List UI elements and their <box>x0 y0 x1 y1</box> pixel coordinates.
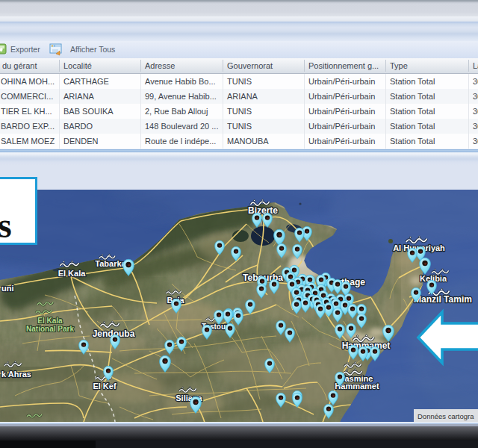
svg-text:National Park: National Park <box>26 325 74 333</box>
svg-text:El Kala: El Kala <box>58 269 87 278</box>
svg-text:El Kef: El Kef <box>93 382 117 391</box>
svg-text:uni: uni <box>1 284 14 293</box>
svg-text:El Kala: El Kala <box>37 317 63 325</box>
svg-text:Bizerte: Bizerte <box>248 205 278 216</box>
svg-text:Tabarka: Tabarka <box>95 259 126 268</box>
svg-text:Manzil Tamim: Manzil Tamim <box>414 294 472 305</box>
svg-text:Données cartogra: Données cartogra <box>418 412 474 420</box>
svg-text:k Ahras: k Ahras <box>1 370 31 379</box>
